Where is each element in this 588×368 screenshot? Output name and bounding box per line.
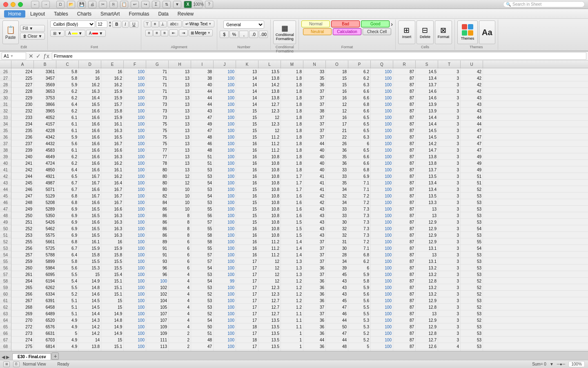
cell-26-B[interactable]: 3361 — [34, 68, 56, 75]
cell-40-Q[interactable]: 100 — [371, 160, 393, 166]
cell-27-U[interactable]: 42 — [461, 75, 483, 81]
indent-decrease-button[interactable]: ⇤ — [169, 29, 178, 36]
cell-58-O[interactable]: 43 — [326, 278, 348, 284]
cell-53-C[interactable]: 6.7 — [56, 245, 79, 251]
cell-35-A[interactable]: 235 — [11, 127, 34, 134]
cell-67-R[interactable]: 87 — [393, 337, 416, 343]
cell-68-O[interactable]: 48 — [326, 343, 348, 350]
row-number-55[interactable]: 55 — [0, 258, 11, 265]
cell-33-M[interactable]: 1.8 — [281, 114, 303, 121]
cell-35-L[interactable]: 12 — [258, 127, 281, 134]
cell-32-E[interactable]: 15.8 — [101, 108, 124, 114]
cell-34-I[interactable]: 49 — [191, 121, 214, 127]
cell-35-H[interactable]: 13 — [169, 127, 191, 134]
cell-58-L[interactable]: 12 — [258, 278, 281, 284]
cell-30-T[interactable]: 3 — [438, 94, 461, 101]
cell-47-T[interactable]: 3 — [438, 206, 461, 212]
cell-36-R[interactable]: 87 — [393, 134, 416, 140]
cell-63-B[interactable]: 6489 — [34, 310, 56, 317]
cell-52-A[interactable]: 255 — [11, 238, 34, 245]
menu-layout[interactable]: Layout — [26, 10, 49, 18]
cell-65-K[interactable]: 18 — [236, 323, 258, 330]
cell-31-S[interactable]: 13.9 — [416, 101, 438, 108]
cell-53-D[interactable]: 15.9 — [79, 245, 101, 251]
cell-56-O[interactable]: 39 — [326, 265, 348, 271]
cell-50-F[interactable]: 100 — [124, 225, 146, 232]
cell-48-F[interactable]: 100 — [124, 212, 146, 219]
cell-59-S[interactable]: 13.2 — [416, 284, 438, 291]
cell-26-J[interactable]: 100 — [214, 68, 236, 75]
cell-50-D[interactable]: 16.5 — [79, 225, 101, 232]
cell-36-T[interactable]: 3 — [438, 134, 461, 140]
cell-66-S[interactable]: 12.8 — [416, 330, 438, 337]
cell-46-A[interactable]: 248 — [11, 199, 34, 206]
cell-43-J[interactable]: 100 — [214, 180, 236, 186]
cell-69-L[interactable]: 13.5 — [258, 350, 281, 351]
cell-62-T[interactable]: 3 — [438, 304, 461, 310]
cell-60-Q[interactable]: 100 — [371, 291, 393, 297]
cell-37-G[interactable]: 75 — [146, 140, 169, 147]
cell-68-J[interactable]: 100 — [214, 343, 236, 350]
cell-34-S[interactable]: 14.4 — [416, 121, 438, 127]
row-number-64[interactable]: 64 — [0, 317, 11, 323]
cell-59-M[interactable]: 1.2 — [281, 284, 303, 291]
cell-41-A[interactable]: 242 — [11, 166, 34, 173]
cell-28-D[interactable]: 16.2 — [79, 81, 101, 88]
cell-46-T[interactable]: 3 — [438, 199, 461, 206]
cell-56-P[interactable]: 6 — [348, 265, 371, 271]
cell-27-F[interactable]: 100 — [124, 75, 146, 81]
cell-39-S[interactable]: 13.8 — [416, 153, 438, 160]
cell-59-I[interactable]: 53 — [191, 284, 214, 291]
row-number-61[interactable]: 61 — [0, 297, 11, 304]
cell-69-R[interactable]: 87 — [393, 350, 416, 351]
cell-53-H[interactable]: 6 — [169, 245, 191, 251]
col-header-L[interactable]: L — [258, 61, 281, 68]
comma-button[interactable]: , — [239, 31, 248, 38]
cell-51-G[interactable]: 86 — [146, 232, 169, 238]
cell-55-T[interactable]: 3 — [438, 258, 461, 265]
cell-49-C[interactable]: 6.9 — [56, 219, 79, 225]
cell-42-A[interactable]: 244 — [11, 173, 34, 180]
cell-57-P[interactable]: 5.9 — [348, 271, 371, 278]
cell-30-U[interactable]: 43 — [461, 94, 483, 101]
cell-58-U[interactable]: 52 — [461, 278, 483, 284]
cell-53-S[interactable]: 13.1 — [416, 245, 438, 251]
cell-42-C[interactable]: 6.5 — [56, 173, 79, 180]
cell-30-A[interactable]: 229 — [11, 94, 34, 101]
cell-50-H[interactable]: 8 — [169, 225, 191, 232]
cell-37-T[interactable]: 3 — [438, 140, 461, 147]
menu-smartart[interactable]: SmartArt — [96, 10, 124, 18]
cell-42-I[interactable]: 53 — [191, 173, 214, 180]
cell-45-N[interactable]: 42 — [303, 193, 326, 199]
cell-66-A[interactable]: 273 — [11, 330, 34, 337]
cell-43-N[interactable]: 41 — [303, 180, 326, 186]
cell-43-I[interactable]: 54 — [191, 180, 214, 186]
cell-65-L[interactable]: 13.5 — [258, 323, 281, 330]
cell-54-F[interactable]: 100 — [124, 251, 146, 258]
cell-27-D[interactable]: 16 — [79, 75, 101, 81]
cell-32-O[interactable]: 12 — [326, 108, 348, 114]
conditional-formatting-button[interactable]: ▦ ConditionalFormatting — [273, 20, 296, 44]
cell-40-H[interactable]: 13 — [169, 160, 191, 166]
cell-31-N[interactable]: 37 — [303, 101, 326, 108]
cell-53-I[interactable]: 55 — [191, 245, 214, 251]
cell-52-H[interactable]: 6 — [169, 238, 191, 245]
cell-67-H[interactable]: 2 — [169, 337, 191, 343]
cell-35-D[interactable]: 16.6 — [79, 127, 101, 134]
row-number-59[interactable]: 59 — [0, 284, 11, 291]
cell-58-I[interactable]: 54 — [191, 278, 214, 284]
cell-45-I[interactable]: 54 — [191, 193, 214, 199]
cell-28-G[interactable]: 71 — [146, 81, 169, 88]
highlight-color-button[interactable]: A▼ — [65, 30, 85, 37]
cell-69-F[interactable]: 100 — [124, 350, 146, 351]
font-name-select[interactable]: Calibri (Body) — [50, 20, 95, 28]
cell-66-M[interactable]: 1 — [281, 330, 303, 337]
cell-33-Q[interactable]: 100 — [371, 114, 393, 121]
cell-60-K[interactable]: 17 — [236, 291, 258, 297]
cell-33-R[interactable]: 87 — [393, 114, 416, 121]
cell-46-R[interactable]: 87 — [393, 199, 416, 206]
cell-34-G[interactable]: 75 — [146, 121, 169, 127]
cell-30-R[interactable]: 87 — [393, 94, 416, 101]
cell-47-S[interactable]: 13 — [416, 206, 438, 212]
cell-39-R[interactable]: 87 — [393, 153, 416, 160]
